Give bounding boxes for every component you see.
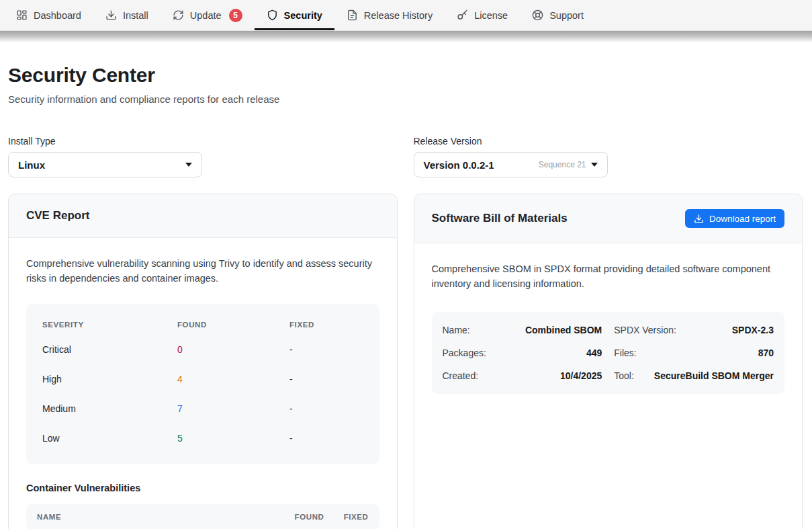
install-type-filter: Install Type Linux [8,136,398,177]
severity-row-medium: Medium 7 - [42,394,363,423]
found-count: 4 [177,374,289,384]
filters-row: Install Type Linux Release Version Versi… [8,136,803,177]
nav-item-update[interactable]: Update 5 [161,0,255,30]
column-header-fixed: FIXED [336,513,369,521]
info-label: Files: [614,348,636,358]
nav-item-license[interactable]: License [445,0,520,30]
sbom-title: Software Bill of Materials [432,212,568,225]
severity-label: Medium [42,403,177,414]
info-label: Tool: [614,370,634,381]
nav-item-label: License [474,10,508,21]
severity-row-low: Low 5 - [42,423,363,453]
severity-table-header: SEVERITY FOUND FIXED [42,315,363,335]
release-version-select[interactable]: Version 0.0.2-1 Sequence 21 [414,152,608,177]
sbom-info-created: Created: 10/4/2025 [443,364,602,387]
info-label: Packages: [443,348,486,358]
sbom-description: Comprehensive SBOM in SPDX format provid… [432,262,785,292]
severity-label: Critical [42,344,177,355]
severity-label: Low [42,433,177,444]
fixed-count: - [289,403,363,414]
cve-report-title: CVE Report [26,209,89,222]
document-icon [347,9,358,21]
column-header-name: NAME [37,513,269,521]
sbom-info-packages: Packages: 449 [443,341,602,364]
found-count: 5 [177,433,289,444]
severity-row-critical: Critical 0 - [42,335,363,364]
info-label: SPDX Version: [614,325,676,335]
nav-item-support[interactable]: Support [520,0,596,30]
nav-item-label: Security [284,10,322,21]
download-report-label: Download report [709,214,776,224]
severity-row-high: High 4 - [42,364,363,394]
column-header-found: FOUND [177,321,289,329]
fixed-count: - [289,433,363,444]
nav-item-label: Update [190,10,222,21]
nav-scroll-shadow [0,31,812,42]
sequence-badge: Sequence 21 [539,160,586,169]
sbom-info-spdx-version: SPDX Version: SPDX-2.3 [614,319,774,341]
install-type-select[interactable]: Linux [8,152,202,177]
download-icon [694,214,704,224]
cve-report-body: Comprehensive vulnerability scanning usi… [9,238,397,529]
nav-item-install[interactable]: Install [93,0,161,30]
cards-row: CVE Report Comprehensive vulnerability s… [8,194,803,529]
cve-report-header: CVE Report [9,194,397,238]
info-label: Name: [443,325,470,335]
severity-table: SEVERITY FOUND FIXED Critical 0 - High 4… [26,304,379,464]
chevron-down-icon [591,163,598,167]
info-value: 10/4/2025 [560,370,602,381]
release-version-filter: Release Version Version 0.0.2-1 Sequence… [414,136,803,177]
chevron-down-icon [185,163,192,167]
container-table-header: NAME FOUND FIXED [26,504,379,529]
page-subtitle: Security information and compliance repo… [8,93,803,105]
sbom-info-name: Name: Combined SBOM [443,319,602,341]
found-count: 7 [177,403,289,414]
severity-label: High [42,374,177,384]
page-title: Security Center [8,64,803,87]
nav-item-label: Support [549,10,584,21]
info-value: Combined SBOM [525,325,602,335]
info-label: Created: [443,370,479,381]
sbom-info-tool: Tool: SecureBuild SBOM Merger [614,364,774,387]
refresh-icon [173,9,184,21]
cve-report-card: CVE Report Comprehensive vulnerability s… [8,194,398,529]
nav-item-dashboard[interactable]: Dashboard [4,0,93,30]
top-nav: Dashboard Install Update 5 Security Rele… [0,0,812,31]
info-value: SecureBuild SBOM Merger [654,370,774,381]
shield-icon [267,9,278,21]
info-value: SPDX-2.3 [732,325,774,335]
sbom-card: Software Bill of Materials Download repo… [414,194,803,529]
download-report-button[interactable]: Download report [685,209,784,228]
cve-report-description: Comprehensive vulnerability scanning usi… [26,257,379,286]
container-vulnerabilities-heading: Container Vulnerabilities [26,483,379,493]
dashboard-icon [16,9,28,21]
update-count-badge: 5 [229,9,242,22]
release-version-value: Version 0.0.2-1 [424,159,539,171]
release-version-label: Release Version [414,136,803,147]
key-icon [457,9,468,21]
found-count: 0 [177,344,289,355]
nav-item-security[interactable]: Security [255,0,334,30]
download-icon [105,9,117,21]
fixed-count: - [289,344,363,355]
install-type-value: Linux [18,159,185,171]
lifebuoy-icon [532,9,543,21]
column-header-fixed: FIXED [289,321,363,329]
info-value: 449 [586,348,602,358]
column-header-severity: SEVERITY [42,321,177,329]
main-content: Security Center Security information and… [0,64,812,529]
sbom-info-files: Files: 870 [614,341,774,364]
sbom-header: Software Bill of Materials Download repo… [414,194,803,243]
nav-item-label: Release History [364,10,433,21]
nav-item-release-history[interactable]: Release History [334,0,445,30]
sbom-body: Comprehensive SBOM in SPDX format provid… [414,243,803,411]
info-value: 870 [758,348,774,358]
column-header-found: FOUND [281,513,324,521]
nav-item-label: Dashboard [34,10,81,21]
sbom-info-table: Name: Combined SBOM SPDX Version: SPDX-2… [432,312,785,394]
nav-item-label: Install [123,10,148,21]
install-type-label: Install Type [8,136,398,147]
fixed-count: - [289,374,363,384]
